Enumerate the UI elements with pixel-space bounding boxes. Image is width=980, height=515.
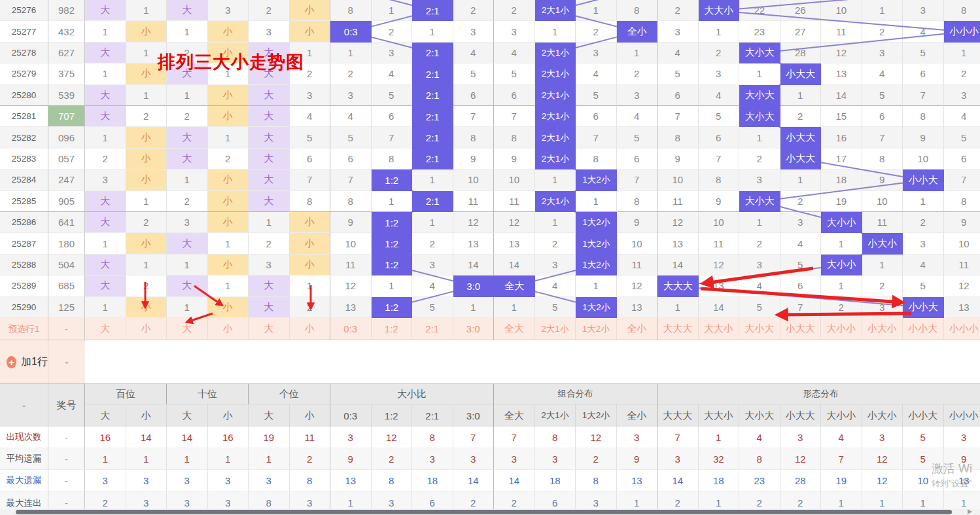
scrollbar-right-arrow-icon[interactable]: [968, 509, 972, 514]
watermark-line1: 激活 Wi: [932, 460, 972, 477]
scrollbar-thumb[interactable]: [16, 510, 952, 514]
trend-chart-page: 25276982大1大32小8122182222610138252774321小…: [0, 0, 980, 515]
watermark-line2: 转到"设置": [932, 477, 972, 490]
horizontal-scrollbar[interactable]: [0, 509, 980, 515]
windows-activation-watermark: 激活 Wi 转到"设置": [932, 460, 972, 490]
chart-title: 排列三大小走势图: [158, 50, 304, 74]
red-annotation-arrows: [0, 0, 980, 515]
